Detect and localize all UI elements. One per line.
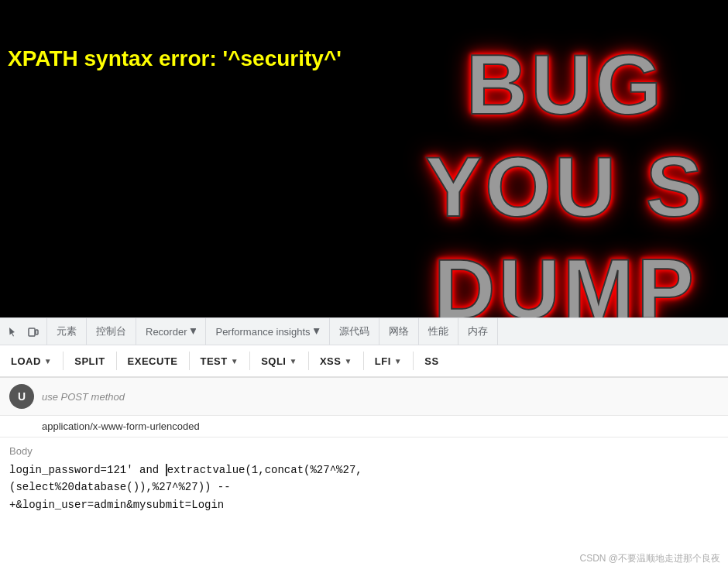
body-label: Body [9, 445, 719, 457]
text-cursor [166, 464, 167, 476]
sqli-button[interactable]: SQLI ▼ [253, 351, 305, 372]
body-code[interactable]: login_password=121' and extractvalue(1,c… [9, 461, 719, 513]
tab-memory[interactable]: 内存 [458, 318, 498, 345]
divider-5 [308, 352, 309, 370]
cursor-tool-icon[interactable] [5, 323, 22, 340]
request-method-row: U use POST method [0, 378, 728, 416]
watermark: CSDN @不要温顺地走进那个良夜 [579, 552, 720, 565]
error-display-section: XPATH syntax error: '^security^' BUG YOU… [0, 0, 728, 317]
split-button[interactable]: SPLIT [67, 351, 112, 372]
body-section: Body login_password=121' and extractvalu… [0, 437, 728, 521]
request-content-area: U use POST method application/x-www-form… [0, 378, 728, 521]
divider-6 [363, 352, 364, 370]
bug-text-line3: DUMP [434, 239, 697, 318]
tab-recorder[interactable]: Recorder [136, 318, 206, 345]
divider-4 [249, 352, 250, 370]
devtools-left-icons [0, 318, 47, 345]
method-label: use POST method [42, 391, 125, 403]
sqli-arrow-icon: ▼ [289, 357, 297, 365]
svg-rect-1 [36, 330, 38, 335]
tab-elements[interactable]: 元素 [47, 318, 87, 345]
execute-button[interactable]: EXECUTE [120, 351, 186, 372]
test-arrow-icon: ▼ [231, 357, 239, 365]
svg-rect-0 [29, 328, 35, 336]
recorder-badge-icon [190, 328, 196, 335]
divider-7 [413, 352, 414, 370]
test-button[interactable]: TEST ▼ [193, 351, 247, 372]
load-button[interactable]: LOAD ▼ [3, 351, 60, 372]
content-type-row: application/x-www-form-urlencoded [0, 416, 728, 437]
tab-console[interactable]: 控制台 [87, 318, 136, 345]
tab-sources[interactable]: 源代码 [330, 318, 379, 345]
performance-insights-badge-icon [314, 328, 320, 335]
avatar: U [9, 384, 34, 409]
bug-text-line2: YOU S [425, 137, 706, 235]
divider-1 [63, 352, 64, 370]
tab-performance[interactable]: 性能 [419, 318, 458, 345]
content-type-value: application/x-www-form-urlencoded [42, 420, 200, 432]
device-toggle-icon[interactable] [25, 323, 42, 340]
lfi-arrow-icon: ▼ [394, 357, 402, 365]
tool-bar: LOAD ▼ SPLIT EXECUTE TEST ▼ SQLI ▼ XSS ▼… [0, 345, 728, 378]
xss-button[interactable]: XSS ▼ [312, 351, 360, 372]
bug-image-area: BUG YOU S DUMP [403, 62, 728, 310]
xss-arrow-icon: ▼ [344, 357, 352, 365]
ss-button[interactable]: SS [417, 351, 446, 372]
bug-text-line1: BUG [466, 35, 664, 133]
tab-network[interactable]: 网络 [379, 318, 419, 345]
xpath-error-message: XPATH syntax error: '^security^' [8, 46, 342, 71]
lfi-button[interactable]: LFI ▼ [367, 351, 410, 372]
divider-2 [116, 352, 117, 370]
divider-3 [189, 352, 190, 370]
load-arrow-icon: ▼ [44, 357, 52, 365]
tab-performance-insights[interactable]: Performance insights [206, 318, 329, 345]
devtools-tabbar: 元素 控制台 Recorder Performance insights 源代码… [0, 317, 728, 345]
